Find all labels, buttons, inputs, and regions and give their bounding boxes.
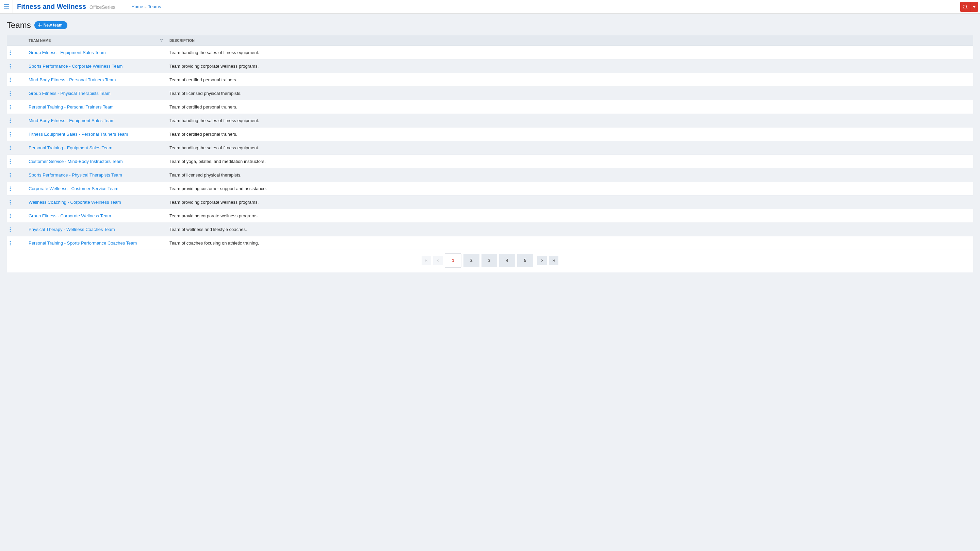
svg-point-34 <box>10 202 11 203</box>
col-header-desc-label: DESCRIPTION <box>169 38 195 43</box>
kebab-icon <box>10 132 11 137</box>
page-button-2[interactable]: 2 <box>463 254 479 267</box>
brand-title[interactable]: Fitness and Wellness <box>17 3 86 11</box>
team-name-link[interactable]: Sports Performance - Physical Therapists… <box>29 172 122 178</box>
row-actions-button[interactable] <box>7 155 26 168</box>
table-row: Physical Therapy - Wellness Coaches Team… <box>7 223 973 237</box>
svg-point-22 <box>10 147 11 148</box>
team-description: Team of certified personal trainers. <box>167 127 973 141</box>
team-name-link[interactable]: Wellness Coaching - Corporate Wellness T… <box>29 200 121 205</box>
page-title: Teams <box>7 21 31 30</box>
team-name-link[interactable]: Personal Training - Sports Performance C… <box>29 240 137 246</box>
chevron-right-icon <box>540 259 544 263</box>
team-description: Team of certified personal trainers. <box>167 100 973 114</box>
row-actions-button[interactable] <box>7 87 26 100</box>
team-name-link[interactable]: Fitness Equipment Sales - Personal Train… <box>29 132 128 137</box>
team-name-link[interactable]: Physical Therapy - Wellness Coaches Team <box>29 227 115 232</box>
table-row: Personal Training - Equipment Sales Team… <box>7 141 973 155</box>
notifications-button[interactable] <box>960 2 970 12</box>
filter-button[interactable] <box>159 39 163 43</box>
row-actions-button[interactable] <box>7 73 26 87</box>
svg-point-41 <box>10 230 11 232</box>
page-button-5[interactable]: 5 <box>517 254 533 267</box>
svg-point-26 <box>10 163 11 164</box>
page-first-button[interactable] <box>422 256 431 265</box>
team-name-link[interactable]: Personal Training - Personal Trainers Te… <box>29 105 114 110</box>
kebab-icon <box>10 214 11 218</box>
row-actions-button[interactable] <box>7 223 26 237</box>
table-row: Group Fitness - Equipment Sales TeamTeam… <box>7 46 973 60</box>
teams-table-wrap: TEAM NAME DESCRIPTION Group Fitness - Eq… <box>7 35 973 272</box>
bell-icon <box>963 5 968 10</box>
row-actions-button[interactable] <box>7 141 26 155</box>
svg-point-4 <box>10 66 11 67</box>
row-actions-button[interactable] <box>7 60 26 73</box>
kebab-icon <box>10 159 11 164</box>
svg-point-39 <box>10 227 11 228</box>
row-actions-button[interactable] <box>7 100 26 114</box>
row-actions-button[interactable] <box>7 168 26 182</box>
new-team-button[interactable]: New team <box>34 21 67 29</box>
table-row: Sports Performance - Corporate Wellness … <box>7 60 973 73</box>
team-name-link[interactable]: Group Fitness - Equipment Sales Team <box>29 50 106 55</box>
row-actions-button[interactable] <box>7 127 26 141</box>
col-header-desc[interactable]: DESCRIPTION <box>167 35 973 46</box>
team-name-link[interactable]: Group Fitness - Physical Therapists Team <box>29 91 111 96</box>
team-name-link[interactable]: Sports Performance - Corporate Wellness … <box>29 64 123 69</box>
team-name-link[interactable]: Mind-Body Fitness - Equipment Sales Team <box>29 118 115 123</box>
svg-point-12 <box>10 105 11 106</box>
svg-point-11 <box>10 95 11 95</box>
svg-point-16 <box>10 120 11 121</box>
table-row: Mind-Body Fitness - Equipment Sales Team… <box>7 114 973 127</box>
page-button-4[interactable]: 4 <box>499 254 515 267</box>
svg-point-36 <box>10 214 11 214</box>
page-prev-button[interactable] <box>433 256 443 265</box>
breadcrumb-current[interactable]: Teams <box>148 4 161 9</box>
svg-point-18 <box>10 132 11 133</box>
user-menu-button[interactable] <box>970 2 978 12</box>
row-actions-button[interactable] <box>7 114 26 127</box>
menu-button[interactable] <box>0 0 13 14</box>
page-last-button[interactable] <box>549 256 558 265</box>
table-row: Mind-Body Fitness - Personal Trainers Te… <box>7 73 973 87</box>
filter-icon <box>159 39 163 43</box>
svg-point-24 <box>10 159 11 160</box>
svg-point-42 <box>10 241 11 242</box>
page-button-3[interactable]: 3 <box>482 254 498 267</box>
team-name-link[interactable]: Customer Service - Mind-Body Instructors… <box>29 159 123 164</box>
pagination: 12345 <box>7 250 973 272</box>
new-team-label: New team <box>43 23 63 27</box>
col-header-name[interactable]: TEAM NAME <box>26 35 167 46</box>
table-row: Sports Performance - Physical Therapists… <box>7 168 973 182</box>
chevron-last-icon <box>552 259 556 263</box>
page-button-1[interactable]: 1 <box>445 253 461 268</box>
kebab-icon <box>10 78 11 82</box>
svg-point-5 <box>10 67 11 68</box>
svg-point-31 <box>10 188 11 189</box>
row-actions-button[interactable] <box>7 195 26 209</box>
team-description: Team handling the sales of fitness equip… <box>167 141 973 155</box>
table-row: Customer Service - Mind-Body Instructors… <box>7 155 973 168</box>
chevron-first-icon <box>424 259 428 263</box>
svg-point-13 <box>10 106 11 108</box>
svg-point-2 <box>10 54 11 55</box>
kebab-icon <box>10 186 11 191</box>
row-actions-button[interactable] <box>7 237 26 250</box>
page-next-button[interactable] <box>537 256 547 265</box>
page-body: Teams New team TEAM NAME DESCRIPTION <box>0 14 980 279</box>
svg-point-32 <box>10 190 11 191</box>
team-name-link[interactable]: Mind-Body Fitness - Personal Trainers Te… <box>29 77 116 82</box>
breadcrumb-home[interactable]: Home <box>131 4 143 9</box>
team-description: Team of yoga, pilates, and meditation in… <box>167 155 973 168</box>
row-actions-button[interactable] <box>7 209 26 223</box>
team-name-link[interactable]: Group Fitness - Corporate Wellness Team <box>29 213 111 218</box>
svg-point-27 <box>10 173 11 174</box>
svg-point-1 <box>10 52 11 53</box>
row-actions-button[interactable] <box>7 46 26 60</box>
team-name-link[interactable]: Personal Training - Equipment Sales Team <box>29 145 112 150</box>
row-actions-button[interactable] <box>7 182 26 195</box>
svg-point-19 <box>10 134 11 135</box>
top-bar: Fitness and Wellness OfficeSeries Home »… <box>0 0 980 14</box>
team-name-link[interactable]: Corporate Wellness - Customer Service Te… <box>29 186 118 191</box>
kebab-icon <box>10 241 11 246</box>
